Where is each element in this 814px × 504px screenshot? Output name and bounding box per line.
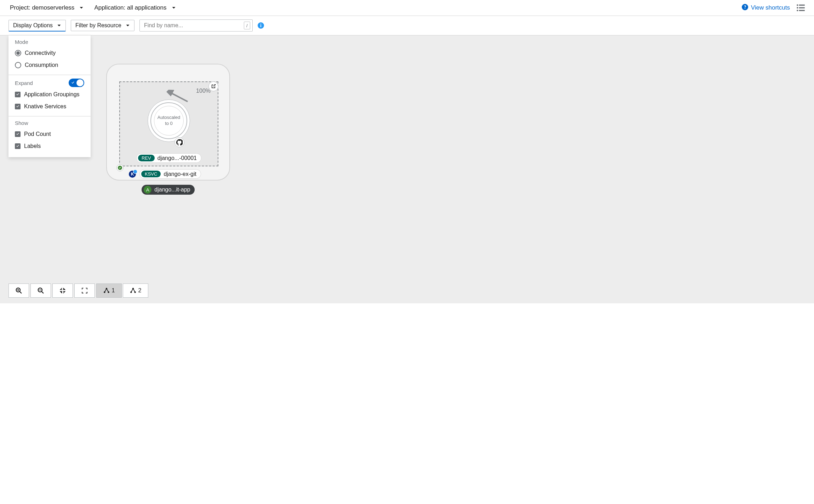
graph-layout-icon — [103, 287, 110, 294]
reset-view-button[interactable] — [74, 284, 95, 298]
checkbox-checked-icon — [15, 143, 21, 149]
context-bar: Project: demoserverless Application: all… — [0, 0, 814, 16]
fit-to-screen-button[interactable] — [52, 284, 73, 298]
revision-badge: REV — [138, 155, 155, 161]
graph-layout-icon — [130, 287, 136, 294]
fit-icon — [59, 287, 66, 294]
display-options-label: Display Options — [13, 22, 53, 29]
application-badge: A — [144, 186, 151, 194]
mode-connectivity-option[interactable]: Connectivity — [15, 47, 84, 59]
show-labels-label: Labels — [24, 143, 41, 149]
name-filter-input[interactable] — [140, 20, 244, 31]
svg-rect-8 — [260, 25, 261, 27]
name-filter: / — [139, 19, 253, 31]
svg-point-3 — [797, 7, 798, 8]
filter-by-resource-dropdown[interactable]: Filter by Resource — [71, 20, 134, 31]
application-label[interactable]: A django...it-app — [142, 185, 194, 195]
revision-name: django...-00001 — [157, 155, 197, 161]
project-label-prefix: Project: — [10, 4, 30, 11]
list-view-toggle[interactable] — [796, 3, 806, 12]
display-options-dropdown[interactable]: Display Options — [8, 20, 66, 31]
ksvc-label[interactable]: KSVC django-ex-git — [139, 169, 201, 179]
checkbox-checked-icon — [15, 92, 21, 97]
show-pod-count-label: Pod Count — [24, 131, 51, 137]
zoom-out-button[interactable] — [30, 284, 51, 298]
external-link-icon — [211, 84, 216, 89]
show-pod-count-option[interactable]: Pod Count — [15, 128, 84, 140]
route-decorator[interactable] — [208, 81, 218, 91]
application-group: 100% — [106, 64, 230, 195]
radio-checked-icon — [15, 50, 21, 56]
application-selector[interactable]: Application: all applications — [93, 2, 177, 13]
svg-line-28 — [133, 288, 135, 292]
mode-title: Mode — [15, 39, 84, 45]
expand-knative-label: Knative Services — [24, 103, 66, 110]
github-icon — [176, 139, 183, 145]
application-name: django...it-app — [154, 187, 190, 193]
checkbox-checked-icon — [15, 104, 21, 109]
expand-icon — [81, 287, 88, 294]
svg-line-17 — [42, 292, 44, 293]
layout-1-label: 1 — [112, 287, 115, 294]
pod-state-line2: to 0 — [165, 121, 173, 127]
display-options-popover: Mode Connectivity Consumption Expand — [8, 35, 91, 157]
chevron-down-icon — [79, 6, 84, 10]
mode-connectivity-label: Connectivity — [25, 50, 56, 56]
source-decorator[interactable] — [174, 137, 184, 147]
expand-app-groupings-label: Application Groupings — [24, 91, 80, 98]
radio-unchecked-icon — [15, 62, 21, 68]
revision-box[interactable]: 100% — [119, 81, 218, 166]
expand-app-groupings-option[interactable]: Application Groupings — [15, 88, 84, 101]
application-label-prefix: Application: — [94, 4, 125, 11]
svg-line-23 — [107, 288, 109, 292]
pod-state-line1: Autoscaled — [157, 115, 180, 121]
expand-title: Expand — [15, 80, 33, 86]
layout-1-button[interactable]: 1 — [96, 284, 122, 298]
expand-toggle[interactable] — [69, 79, 84, 87]
topology-canvas[interactable]: Mode Connectivity Consumption Expand — [0, 35, 814, 303]
knative-badge-icon: K — [129, 171, 136, 178]
knative-service-node[interactable]: 100% — [106, 64, 230, 181]
svg-point-5 — [797, 10, 798, 11]
svg-point-9 — [260, 24, 262, 25]
svg-line-13 — [20, 292, 22, 293]
layout-2-button[interactable]: 2 — [123, 284, 148, 298]
pod-ring[interactable]: Autoscaled to 0 — [148, 99, 190, 142]
mode-consumption-option[interactable]: Consumption — [15, 59, 84, 71]
show-title: Show — [15, 120, 84, 126]
show-labels-option[interactable]: Labels — [15, 140, 84, 152]
build-status-decorator[interactable] — [116, 164, 124, 171]
checkbox-checked-icon — [15, 131, 21, 137]
keyboard-shortcut-hint: / — [244, 22, 250, 29]
zoom-in-button[interactable] — [8, 284, 29, 298]
svg-line-27 — [131, 288, 133, 292]
zoom-in-icon — [16, 287, 22, 294]
chevron-down-icon — [126, 23, 130, 28]
chevron-down-icon — [172, 6, 176, 10]
ksvc-name: django-ex-git — [164, 171, 196, 177]
view-shortcuts-text: View shortcuts — [751, 4, 790, 11]
zoom-out-icon — [38, 287, 44, 294]
info-icon[interactable] — [258, 22, 264, 29]
revision-label[interactable]: REV django...-00001 — [136, 153, 201, 163]
svg-rect-6 — [799, 10, 805, 11]
expand-knative-option[interactable]: Knative Services — [15, 101, 84, 113]
question-circle-icon — [742, 4, 748, 12]
application-value: all applications — [127, 4, 167, 11]
svg-rect-4 — [799, 7, 805, 8]
project-selector[interactable]: Project: demoserverless — [8, 2, 85, 13]
toolbar: Display Options Filter by Resource / — [0, 16, 814, 35]
svg-rect-2 — [799, 5, 805, 6]
mode-consumption-label: Consumption — [25, 62, 58, 68]
svg-line-22 — [104, 288, 107, 292]
chevron-down-icon — [57, 23, 61, 28]
project-value: demoserverless — [32, 4, 74, 11]
svg-point-1 — [797, 4, 798, 6]
filter-resource-label: Filter by Resource — [75, 22, 121, 29]
ksvc-badge: KSVC — [141, 171, 161, 177]
zoom-bar: 1 2 — [8, 284, 148, 298]
check-icon — [71, 81, 75, 85]
layout-2-label: 2 — [138, 287, 142, 294]
view-shortcuts-link[interactable]: View shortcuts — [742, 4, 790, 12]
traffic-percent: 100% — [196, 88, 211, 94]
